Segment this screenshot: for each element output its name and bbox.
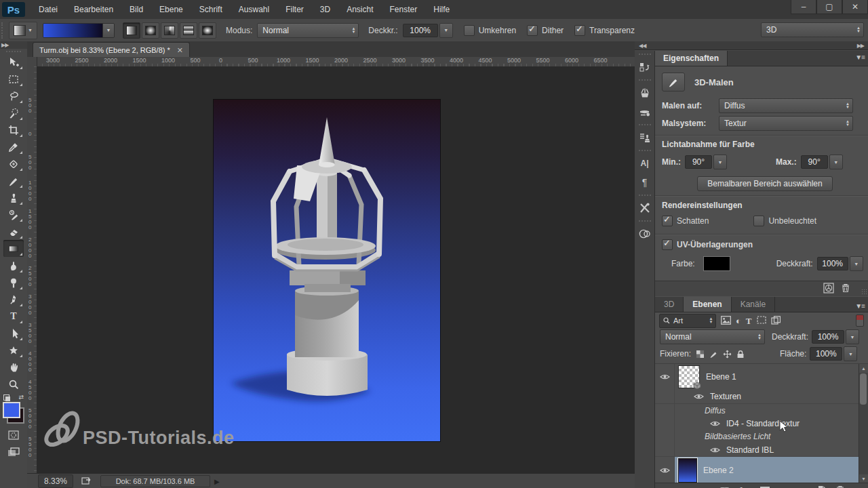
opacity-field[interactable]: 100% <box>403 24 438 37</box>
ruler-vertical[interactable]: 5 0 005 0 01 0 0 01 5 0 02 0 0 02 5 0 03… <box>27 66 37 473</box>
quick-selection-tool[interactable] <box>3 104 24 121</box>
marquee-tool[interactable] <box>3 70 24 87</box>
minimize-button[interactable]: – <box>791 0 816 14</box>
layer-thumbnail[interactable] <box>678 458 697 483</box>
fill-dropdown-button[interactable]: ▼ <box>844 346 857 361</box>
render-3d-icon[interactable] <box>823 283 834 296</box>
filter-adjustment-layers-icon[interactable]: ◐ <box>736 317 741 325</box>
umkehren-checkbox[interactable]: Umkehren <box>464 25 516 36</box>
diamond-gradient-button[interactable] <box>199 22 216 39</box>
close-tab-icon[interactable]: ✕ <box>177 46 183 55</box>
lasso-tool[interactable] <box>3 87 24 104</box>
smudge-tool[interactable] <box>3 257 24 274</box>
linear-gradient-button[interactable] <box>123 22 140 39</box>
eye-icon[interactable] <box>694 393 704 400</box>
filter-smart-objects-icon[interactable] <box>771 316 781 326</box>
status-flyout-icon[interactable]: ▶ <box>214 478 220 485</box>
uv-overlay-checkbox[interactable]: UV-Überlagerungen <box>662 239 753 250</box>
healing-brush-tool[interactable] <box>3 155 24 172</box>
scroll-up-icon[interactable]: ▲ <box>859 364 868 373</box>
foreground-color-swatch[interactable] <box>3 402 20 418</box>
filter-type-layers-icon[interactable]: T <box>746 317 752 325</box>
add-mask-icon[interactable] <box>760 486 770 488</box>
eraser-tool[interactable] <box>3 223 24 240</box>
eye-icon[interactable] <box>710 420 720 427</box>
custom-shape-tool[interactable] <box>3 342 24 359</box>
menu-bild[interactable]: Bild <box>121 1 151 18</box>
transparenz-checkbox[interactable]: Transparenz <box>574 25 635 36</box>
pen-tool[interactable] <box>3 291 24 308</box>
scrollbar-thumb[interactable] <box>860 373 867 405</box>
select-paintable-area-button[interactable]: Bemalbaren Bereich auswählen <box>697 176 833 191</box>
dodge-tool[interactable] <box>3 274 24 291</box>
layer-thumbnail[interactable] <box>678 365 700 388</box>
adjustment-layer-icon[interactable]: ◐▼ <box>779 486 789 488</box>
path-selection-tool[interactable] <box>3 325 24 342</box>
layer-row-id4[interactable]: ID4 - Standardtextur <box>655 417 868 430</box>
collapse-right-icon[interactable]: ▶▶ <box>857 43 864 49</box>
layer-opacity-field[interactable]: 100% <box>812 330 844 344</box>
tab-eigenschaften[interactable]: Eigenschaften <box>655 51 728 66</box>
creative-cloud-panel-icon[interactable] <box>637 226 653 242</box>
brush-presets-panel-icon[interactable] <box>637 104 653 120</box>
panel-resize-grip[interactable] <box>861 289 867 294</box>
clone-source-panel-icon[interactable] <box>637 129 653 146</box>
layer-blend-mode-select[interactable]: Normal ▲▼ <box>660 329 765 344</box>
dither-checkbox[interactable]: Dither <box>527 25 564 36</box>
menu-bearbeiten[interactable]: Bearbeiten <box>66 1 121 18</box>
radial-gradient-button[interactable] <box>142 22 159 39</box>
fill-field[interactable]: 100% <box>810 347 842 361</box>
malsystem-select[interactable]: Textur ▲▼ <box>719 116 853 131</box>
reflected-gradient-button[interactable] <box>180 22 197 39</box>
filter-shape-layers-icon[interactable] <box>757 316 766 325</box>
min-field[interactable]: 90° <box>685 155 712 169</box>
ruler-horizontal[interactable]: 3000250020001500100050005001000150020002… <box>37 57 635 67</box>
layer-filter-select[interactable]: Art ▲▼ <box>659 314 716 328</box>
filter-pixel-layers-icon[interactable] <box>721 316 731 326</box>
gradient-picker[interactable]: ▼ <box>43 23 115 38</box>
trash-icon[interactable] <box>835 485 845 488</box>
menu-ebene[interactable]: Ebene <box>151 1 191 18</box>
workspace-select[interactable]: 3D ▲▼ <box>761 22 864 37</box>
tool-preset-picker[interactable]: ▼ <box>9 22 37 39</box>
angle-gradient-button[interactable] <box>161 22 178 39</box>
maximize-button[interactable]: ▢ <box>816 0 842 14</box>
lock-position-icon[interactable] <box>723 350 732 359</box>
layer-row-texturen[interactable]: Texturen <box>655 390 868 403</box>
menu-3d[interactable]: 3D <box>312 1 338 18</box>
visibility-toggle[interactable] <box>655 457 675 483</box>
zoom-level-field[interactable]: 8.33% <box>38 474 73 488</box>
hand-tool[interactable] <box>3 359 24 375</box>
gradient-tool[interactable] <box>3 240 24 257</box>
screen-mode-button[interactable] <box>3 443 24 460</box>
menu-datei[interactable]: Datei <box>31 1 66 18</box>
brush-tool[interactable] <box>3 172 24 189</box>
paragraph-panel-icon[interactable]: ¶ <box>637 174 653 190</box>
menu-auswahl[interactable]: Auswahl <box>231 1 277 18</box>
history-brush-tool[interactable] <box>3 206 24 223</box>
panel-menu-icon[interactable]: ▼≡ <box>855 54 865 61</box>
canvas-3d-view[interactable] <box>214 100 440 441</box>
new-layer-icon[interactable] <box>818 485 827 488</box>
layer-opacity-dropdown-button[interactable]: ▼ <box>846 329 859 344</box>
layers-scrollbar[interactable]: ▲ ▼ <box>859 364 868 483</box>
max-field[interactable]: 90° <box>801 155 828 169</box>
eye-icon[interactable] <box>710 447 720 453</box>
history-panel-icon[interactable] <box>637 59 653 75</box>
quick-mask-button[interactable] <box>3 426 24 443</box>
menu-filter[interactable]: Filter <box>277 1 312 18</box>
brush-panel-icon[interactable] <box>637 85 653 101</box>
layer-row-ebene2[interactable]: Ebene 2 <box>655 456 868 483</box>
layer-row-ebene1[interactable]: Ebene 1 <box>655 364 868 390</box>
document-size-field[interactable]: Dok: 68.7 MB/103.6 MB <box>100 475 210 487</box>
lock-all-icon[interactable] <box>736 350 745 359</box>
unbeleuchtet-checkbox[interactable]: Unbeleuchtet <box>753 216 816 226</box>
close-button[interactable]: ✕ <box>842 0 868 14</box>
menu-fenster[interactable]: Fenster <box>382 1 426 18</box>
character-panel-icon[interactable]: A| <box>637 155 653 171</box>
new-group-icon[interactable] <box>798 486 809 488</box>
uv-opacity-dropdown-button[interactable]: ▼ <box>850 256 863 271</box>
visibility-toggle[interactable] <box>655 364 675 390</box>
collapse-toolbar-icon[interactable]: ▶▶ <box>0 41 28 49</box>
trash-icon[interactable] <box>841 283 850 295</box>
